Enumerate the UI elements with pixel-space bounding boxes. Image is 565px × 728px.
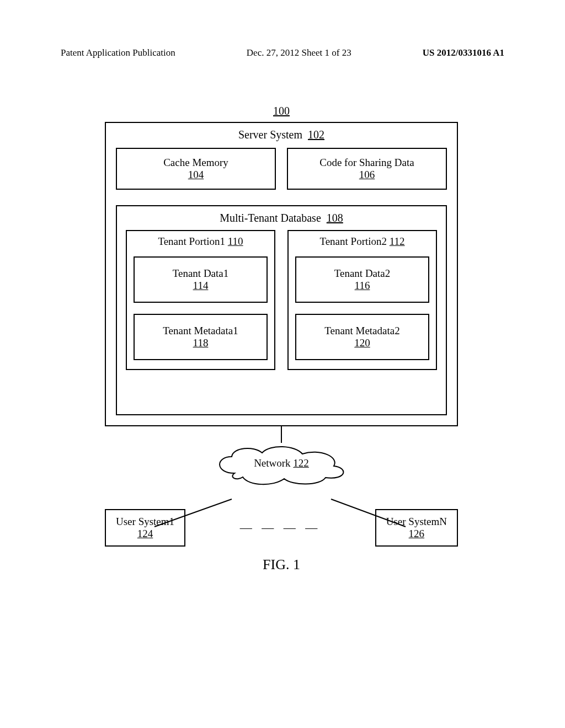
page-header: Patent Application Publication Dec. 27, … [0,47,565,58]
header-publication-number: US 2012/0331016 A1 [423,47,504,58]
ref-116: 116 [299,280,426,292]
figure-caption: FIG. 1 [105,556,458,573]
ref-110: 110 [228,235,243,247]
server-system-label: Server System 102 [116,129,447,141]
ref-122: 122 [293,457,309,469]
tenant-portion1-text: Tenant Portion1 [158,235,225,247]
multi-tenant-db-box: Multi-Tenant Database 108 Tenant Portion… [116,205,447,415]
connector-server-to-network [281,426,282,443]
network-label: Network 122 [254,457,309,469]
cache-memory-text: Cache Memory [119,157,273,169]
user-system1-text: User System1 [116,516,174,528]
server-system-text: Server System [238,129,302,141]
network-cloud: Network 122 [105,443,458,487]
tenant-data1-box: Tenant Data1 114 [134,256,268,303]
ref-100: 100 [105,105,458,117]
tenant-portion1-box: Tenant Portion1 110 Tenant Data1 114 Ten… [126,230,275,370]
code-sharing-box: Code for Sharing Data 106 [287,148,447,190]
multi-tenant-db-text: Multi-Tenant Database [220,212,321,224]
user-systemN-box: User SystemN 126 [375,509,458,547]
tenant-data2-box: Tenant Data2 116 [295,256,429,303]
ref-118: 118 [137,337,264,349]
tenant-portion2-box: Tenant Portion2 112 Tenant Data2 116 Ten… [287,230,437,370]
ref-114: 114 [137,280,264,292]
tenant-meta2-box: Tenant Metadata2 120 [295,314,429,360]
ref-106: 106 [290,169,444,181]
ref-124: 124 [116,528,174,540]
tenant-data1-text: Tenant Data1 [137,267,264,280]
ellipsis-dashes: — — — — [185,521,375,535]
server-system-box: Server System 102 Cache Memory 104 Code … [105,122,458,426]
ref-126: 126 [386,528,447,540]
figure-1: 100 Server System 102 Cache Memory 104 C… [105,105,458,573]
ref-102: 102 [308,129,324,141]
tenant-portion2-text: Tenant Portion2 [319,235,387,247]
server-top-row: Cache Memory 104 Code for Sharing Data 1… [116,148,447,190]
ref-112: 112 [390,235,405,247]
tenant-meta1-text: Tenant Metadata1 [137,325,264,337]
tenant-portion1-label: Tenant Portion1 110 [134,235,268,248]
tenant-meta1-box: Tenant Metadata1 118 [134,314,268,360]
ref-104: 104 [119,169,273,181]
tenant-meta2-text: Tenant Metadata2 [299,325,426,337]
code-sharing-text: Code for Sharing Data [290,157,444,169]
tenant-portions-row: Tenant Portion1 110 Tenant Data1 114 Ten… [126,230,437,370]
page: Patent Application Publication Dec. 27, … [0,0,565,728]
tenant-portion2-label: Tenant Portion2 112 [295,235,429,248]
ref-120: 120 [299,337,426,349]
user-systemN-text: User SystemN [386,516,447,528]
user-system1-box: User System1 124 [105,509,185,547]
header-date-sheet: Dec. 27, 2012 Sheet 1 of 23 [247,47,351,58]
cache-memory-box: Cache Memory 104 [116,148,276,190]
header-publication-type: Patent Application Publication [61,47,175,58]
user-systems-row: User System1 124 — — — — User SystemN 12… [105,509,458,547]
network-text: Network [254,457,290,469]
multi-tenant-db-label: Multi-Tenant Database 108 [126,212,437,224]
tenant-data2-text: Tenant Data2 [299,267,426,280]
ref-108: 108 [327,212,343,224]
